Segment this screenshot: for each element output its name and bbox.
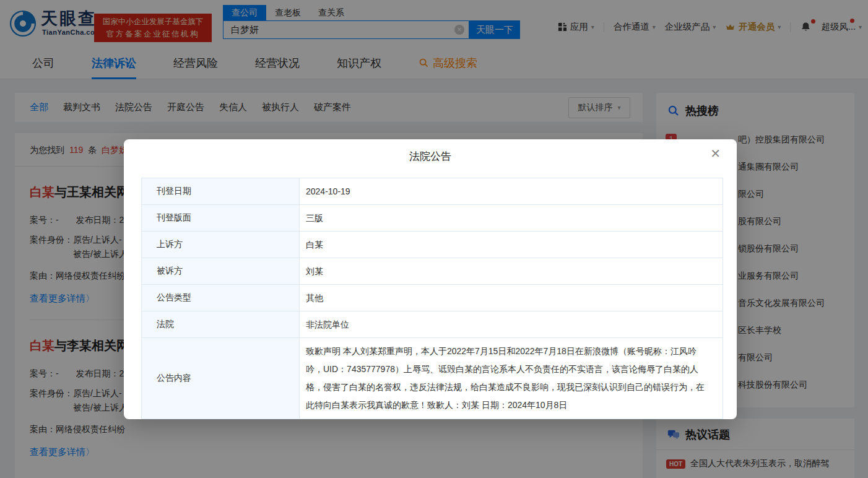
row-label: 上诉方 [142, 232, 300, 258]
row-label: 刊登版面 [142, 205, 300, 231]
table-row: 刊登日期 2024-10-19 [142, 178, 723, 204]
close-icon[interactable]: ✕ [710, 147, 721, 160]
table-row-announcement-content: 公告内容 致歉声明 本人刘某郑重声明，本人于2022年7月15日和2022年7月… [142, 337, 723, 419]
court-announcement-modal: 法院公告 ✕ 刊登日期 2024-10-19 刊登版面 三版 上诉方 白某 被诉… [124, 139, 737, 419]
row-label: 公告类型 [142, 285, 300, 311]
row-value: 白某 [300, 232, 723, 258]
table-row: 被诉方 刘某 [142, 258, 723, 284]
row-value: 2024-10-19 [300, 178, 723, 204]
tianyancha-page: 天眼查 TianYanCha.com 国家中小企业发展子基金旗下 官方备案企业征… [0, 0, 868, 478]
row-value: 三版 [300, 205, 723, 231]
table-row: 公告类型 其他 [142, 284, 723, 311]
row-label: 被诉方 [142, 258, 300, 284]
row-label: 刊登日期 [142, 178, 300, 204]
table-row: 刊登版面 三版 [142, 204, 723, 231]
row-value: 非法院单位 [300, 311, 723, 337]
table-row: 法院 非法院单位 [142, 311, 723, 337]
row-value: 刘某 [300, 258, 723, 284]
row-label: 公告内容 [142, 338, 300, 419]
row-label: 法院 [142, 311, 300, 337]
modal-title: 法院公告 [124, 139, 737, 163]
announcement-detail-table: 刊登日期 2024-10-19 刊登版面 三版 上诉方 白某 被诉方 刘某 公告… [141, 178, 723, 419]
row-value: 致歉声明 本人刘某郑重声明，本人于2022年7月15日和2022年7月18日在新… [300, 338, 723, 419]
row-value: 其他 [300, 285, 723, 311]
table-row: 上诉方 白某 [142, 231, 723, 258]
